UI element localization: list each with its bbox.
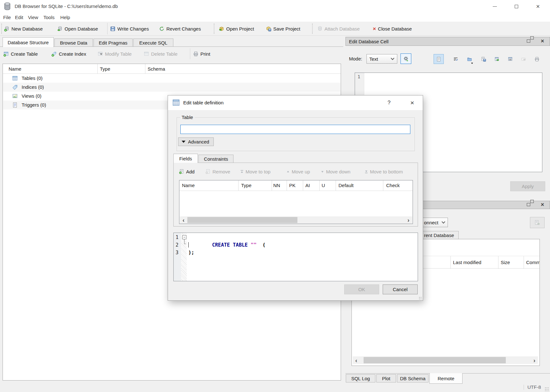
tab-plot[interactable]: Plot — [376, 374, 396, 382]
tree-column-schema[interactable]: Schema — [148, 64, 165, 74]
fold-marker-icon[interactable]: − — [182, 235, 186, 239]
new-database-button[interactable]: New Database — [4, 24, 43, 34]
dock-close-button[interactable]: × — [541, 202, 544, 207]
scroll-right-arrow[interactable]: › — [531, 356, 538, 364]
tab-edit-pragmas[interactable]: Edit Pragmas — [94, 38, 133, 47]
tree-column-type[interactable]: Type — [100, 64, 110, 74]
menu-file[interactable]: File — [1, 13, 13, 22]
tab-execute-sql[interactable]: Execute SQL — [133, 38, 173, 47]
revert-changes-button[interactable]: Revert Changes — [159, 24, 201, 34]
fields-column-pk[interactable]: PK — [289, 180, 296, 191]
save-file-icon — [481, 57, 486, 62]
cell-export-button[interactable] — [492, 54, 502, 64]
menu-view[interactable]: View — [27, 13, 39, 22]
save-project-icon — [266, 26, 271, 32]
dialog-tab-constraints[interactable]: Constraints — [198, 155, 233, 163]
scroll-left-arrow[interactable]: ‹ — [353, 356, 360, 364]
sql-preview[interactable]: 1 2 3 − CREATE TABLE "" ( ); — [173, 233, 418, 281]
triggers-icon — [12, 102, 18, 108]
cell-import-button[interactable] — [464, 54, 475, 64]
open-database-button[interactable]: Open Database — [57, 24, 98, 34]
line-number: 2 — [176, 241, 178, 249]
dialog-help-button[interactable]: ? — [381, 95, 397, 110]
create-index-icon — [52, 51, 57, 57]
fields-column-name[interactable]: Name — [182, 180, 195, 191]
dialog-close-button[interactable]: × — [404, 95, 421, 110]
cancel-button[interactable]: Cancel — [383, 284, 418, 294]
table-groupbox-label: Table — [180, 115, 195, 120]
tab-db-schema[interactable]: DB Schema — [397, 374, 428, 382]
tab-plot-label: Plot — [382, 376, 390, 381]
menu-help[interactable]: Help — [59, 13, 72, 22]
tree-column-name[interactable]: Name — [9, 64, 21, 74]
dialog-resize-grip[interactable] — [419, 297, 422, 300]
close-button[interactable]: × — [529, 0, 547, 13]
move-to-bottom-icon — [365, 170, 368, 173]
tab-sql-log[interactable]: SQL Log — [346, 374, 375, 382]
window-resize-grip[interactable] — [545, 387, 549, 391]
scroll-left-arrow[interactable]: ‹ — [180, 216, 187, 224]
tree-row-indices[interactable]: Indices (0) — [3, 83, 340, 92]
tree-row-label: Indices (0) — [22, 83, 44, 92]
fields-header-divider — [319, 180, 320, 191]
cell-set-null-button — [519, 54, 529, 64]
advanced-button[interactable]: Advanced — [178, 137, 214, 146]
remote-current-database-tab[interactable]: rent Database — [419, 231, 459, 239]
minimize-button[interactable] — [485, 0, 504, 13]
remote-column-size[interactable]: Size — [501, 256, 510, 269]
write-changes-button[interactable]: Write Changes — [110, 24, 149, 34]
fields-column-check[interactable]: Check — [386, 180, 400, 191]
menu-tools[interactable]: Tools — [42, 13, 56, 22]
cell-link-button[interactable] — [505, 54, 515, 64]
text-document-icon — [436, 57, 441, 62]
attach-database-button: Attach Database — [317, 24, 360, 34]
cell-text-mode-button[interactable] — [434, 54, 444, 64]
save-project-button[interactable]: Save Project — [266, 24, 300, 34]
cell-save-button[interactable] — [478, 54, 489, 64]
scrollbar-thumb[interactable] — [364, 357, 506, 363]
fields-column-ai[interactable]: AI — [305, 180, 310, 191]
remote-horizontal-scrollbar[interactable]: ‹ › — [353, 356, 538, 364]
scrollbar-thumb[interactable] — [187, 217, 297, 223]
fields-horizontal-scrollbar[interactable]: ‹ › — [180, 216, 412, 224]
dialog-title-bar[interactable]: Edit table definition ? × — [168, 95, 423, 110]
toolbar-drag-handle — [1, 24, 2, 34]
mode-combobox[interactable]: Text — [366, 54, 397, 64]
move-to-top-button: Move to top — [240, 167, 270, 176]
sql-space — [248, 242, 251, 248]
remote-column-last-modified[interactable]: Last modified — [453, 256, 481, 269]
import-dropdown-caret[interactable] — [471, 63, 473, 64]
new-database-icon — [4, 26, 10, 32]
dock-close-button[interactable]: × — [541, 38, 544, 44]
fields-column-default[interactable]: Default — [338, 180, 354, 191]
cell-word-wrap-button[interactable] — [451, 54, 461, 64]
fields-table[interactable]: Name Type NN PK AI U Default Check ‹ › — [179, 180, 413, 224]
remote-column-commit[interactable]: Comm — [526, 256, 540, 269]
tree-row-tables[interactable]: Tables (0) — [3, 74, 340, 83]
dialog-tab-fields[interactable]: Fields — [173, 154, 198, 163]
open-project-button[interactable]: Open Project — [219, 24, 254, 34]
tab-browse-data[interactable]: Browse Data — [54, 38, 93, 47]
create-index-button[interactable]: Create Index — [52, 49, 86, 59]
edit-cell-dock-header[interactable]: Edit Database Cell × — [345, 37, 550, 46]
fields-header-divider — [287, 180, 287, 191]
create-table-button[interactable]: Create Table — [3, 49, 38, 59]
statusbar-encoding[interactable]: UTF-8 — [527, 383, 541, 391]
table-name-input[interactable] — [180, 125, 410, 134]
sql-space — [257, 242, 263, 248]
add-field-button[interactable]: Add — [179, 167, 195, 176]
tab-remote[interactable]: Remote — [429, 373, 463, 384]
close-database-button[interactable]: × Close Database — [373, 24, 412, 34]
auto-mode-toggle-button[interactable] — [400, 53, 411, 64]
menu-edit[interactable]: Edit — [13, 13, 25, 22]
fields-column-u[interactable]: U — [322, 180, 325, 191]
cell-print-button[interactable] — [532, 54, 542, 64]
remote-connect-dropdown[interactable]: onnect — [419, 218, 448, 227]
fields-column-nn[interactable]: NN — [273, 180, 280, 191]
maximize-button[interactable] — [507, 0, 526, 13]
modify-table-button: Modify Table — [98, 49, 132, 59]
fields-column-type[interactable]: Type — [241, 180, 252, 191]
tab-database-structure[interactable]: Database Structure — [3, 37, 54, 47]
scroll-right-arrow[interactable]: › — [405, 216, 412, 224]
print-button[interactable]: Print — [193, 49, 210, 59]
